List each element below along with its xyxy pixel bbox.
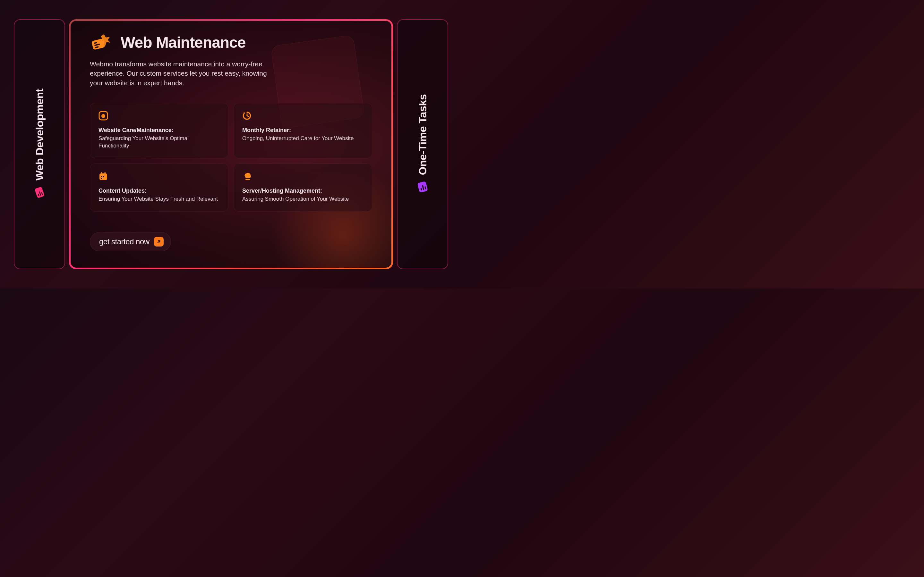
card-desc: Safeguarding Your Website's Optimal Func… xyxy=(99,135,220,150)
card-desc: Assuring Smooth Operation of Your Websit… xyxy=(242,195,363,203)
svg-rect-12 xyxy=(105,172,106,175)
maintenance-icon xyxy=(90,33,115,52)
card-monthly-retainer: Monthly Retainer: Ongoing, Uninterrupted… xyxy=(234,103,372,158)
card-desc: Ensuring Your Website Stays Fresh and Re… xyxy=(99,195,220,203)
side-text-right: One-Time Tasks xyxy=(417,94,429,175)
side-label-left: Web Development xyxy=(32,89,47,200)
panel-one-time-tasks[interactable]: One-Time Tasks xyxy=(397,19,448,269)
cta-label: get started now xyxy=(99,237,150,246)
card-title: Website Care/Maintenance: xyxy=(99,127,220,134)
card-desc: Ongoing, Uninterrupted Care for Your Web… xyxy=(242,135,363,142)
panel-web-development[interactable]: Web Development xyxy=(14,19,65,269)
panel-web-maintenance: Web Maintenance Webmo transforms website… xyxy=(69,19,393,269)
main-header: Web Maintenance xyxy=(90,33,372,52)
card-title: Content Updates: xyxy=(99,187,220,194)
svg-rect-13 xyxy=(101,176,102,177)
card-website-care: Website Care/Maintenance: Safeguarding Y… xyxy=(90,103,228,158)
main-description: Webmo transforms website maintenance int… xyxy=(90,59,276,87)
card-title: Server/Hosting Management: xyxy=(242,187,363,194)
side-text-left: Web Development xyxy=(33,89,46,181)
card-title: Monthly Retainer: xyxy=(242,127,363,134)
get-started-button[interactable]: get started now xyxy=(90,232,171,251)
arrow-icon xyxy=(154,237,164,247)
svg-rect-15 xyxy=(101,178,102,179)
card-content-updates: Content Updates: Ensuring Your Website S… xyxy=(90,163,228,211)
side-label-right: One-Time Tasks xyxy=(415,94,430,195)
task-card-icon xyxy=(415,179,430,194)
shield-box-icon xyxy=(99,111,108,121)
svg-point-9 xyxy=(102,114,105,118)
svg-rect-16 xyxy=(246,179,250,180)
clock-refresh-icon xyxy=(242,111,252,121)
main-inner: Web Maintenance Webmo transforms website… xyxy=(71,21,391,268)
svg-rect-14 xyxy=(103,176,104,177)
code-card-icon xyxy=(32,185,47,200)
main-title: Web Maintenance xyxy=(121,34,246,51)
cloud-server-icon xyxy=(242,171,252,181)
svg-rect-11 xyxy=(101,172,102,175)
card-server-hosting: Server/Hosting Management: Assuring Smoo… xyxy=(234,163,372,211)
feature-cards: Website Care/Maintenance: Safeguarding Y… xyxy=(90,103,372,211)
calendar-icon xyxy=(99,171,108,181)
